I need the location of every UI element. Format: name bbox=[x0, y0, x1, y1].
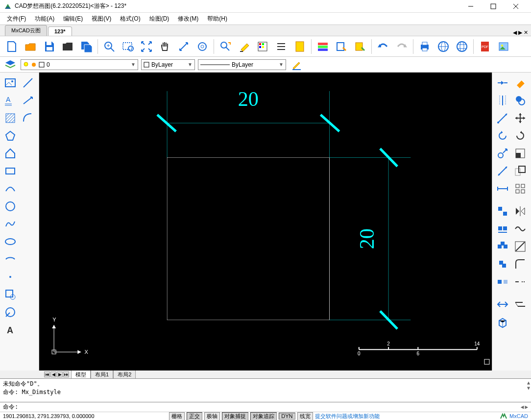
linetype-selector[interactable]: ByLayer ▼ bbox=[141, 59, 195, 70]
hatch-tool-button[interactable] bbox=[2, 110, 19, 126]
layer-state-button[interactable] bbox=[333, 38, 350, 55]
offset-button[interactable] bbox=[494, 92, 511, 109]
status-osnap[interactable]: 对象捕捉 bbox=[222, 412, 248, 420]
zoom-extents-button[interactable] bbox=[138, 38, 155, 55]
circle-tool-button[interactable] bbox=[2, 198, 19, 215]
status-otrack[interactable]: 对象追踪 bbox=[250, 412, 277, 420]
undo-button[interactable] bbox=[374, 38, 392, 55]
save-button[interactable] bbox=[40, 38, 58, 55]
ray-tool-button[interactable] bbox=[20, 92, 36, 109]
break-line-button[interactable] bbox=[512, 273, 529, 290]
zoom-in-button[interactable] bbox=[100, 38, 118, 55]
minimize-button[interactable] bbox=[459, 0, 482, 13]
edit-pencil-button[interactable] bbox=[289, 58, 304, 71]
chamfer-button[interactable] bbox=[494, 221, 511, 237]
pdf-button[interactable]: PDF bbox=[476, 38, 494, 55]
polygon2-tool-button[interactable] bbox=[2, 145, 19, 162]
extend-button[interactable] bbox=[494, 180, 511, 197]
doc-tab-123[interactable]: 123* bbox=[48, 26, 72, 36]
layer-manager-button[interactable] bbox=[3, 58, 18, 71]
redo-button[interactable] bbox=[393, 38, 410, 55]
mirror1-button[interactable] bbox=[494, 203, 511, 220]
status-polar[interactable]: 极轴 bbox=[204, 412, 220, 420]
tab-nav-arrows[interactable]: ◀ ▶ ✕ bbox=[513, 29, 528, 36]
web-button[interactable] bbox=[434, 38, 452, 55]
find-button[interactable] bbox=[217, 38, 234, 55]
arc2-tool-button[interactable] bbox=[2, 180, 19, 197]
ellipse-arc-tool-button[interactable] bbox=[2, 251, 19, 268]
break1-button[interactable] bbox=[494, 256, 511, 272]
polygon-tool-button[interactable] bbox=[2, 127, 19, 144]
fillet2-button[interactable] bbox=[512, 238, 529, 255]
layout-tab-1[interactable]: 布局1 bbox=[91, 370, 113, 379]
line-tool-button[interactable] bbox=[20, 74, 36, 91]
mirror2-button[interactable] bbox=[512, 203, 529, 220]
zoom-previous-button[interactable] bbox=[175, 38, 193, 55]
3d-box-button[interactable] bbox=[494, 314, 511, 330]
rotate-ccw-button[interactable] bbox=[494, 127, 511, 144]
rotate-cw-button[interactable] bbox=[512, 127, 529, 144]
mtext-tool-button[interactable]: A bbox=[2, 321, 19, 338]
feedback-link[interactable]: 提交软件问题或增加新功能 bbox=[315, 413, 380, 420]
ellipse-tool-button[interactable] bbox=[2, 233, 19, 250]
rectangle-tool-button[interactable] bbox=[2, 163, 19, 179]
note-button[interactable] bbox=[291, 38, 309, 55]
trim-button[interactable] bbox=[494, 74, 511, 91]
lineweight-selector[interactable]: ByLayer ▼ bbox=[198, 59, 286, 70]
save-as-button[interactable] bbox=[77, 38, 95, 55]
block-insert-button[interactable] bbox=[2, 286, 19, 303]
status-grid[interactable]: 栅格 bbox=[169, 412, 185, 420]
status-ortho[interactable]: 正交 bbox=[187, 412, 202, 420]
spline-tool-button[interactable] bbox=[2, 216, 19, 232]
pan-button[interactable] bbox=[156, 38, 174, 55]
move-button[interactable] bbox=[494, 110, 511, 126]
folder-button[interactable] bbox=[59, 38, 76, 55]
layer-selector[interactable]: 0 ▼ bbox=[21, 59, 138, 70]
print-button[interactable] bbox=[416, 38, 434, 55]
menu-edit[interactable]: 编辑(E) bbox=[59, 13, 87, 25]
menu-function[interactable]: 功能(A) bbox=[31, 13, 58, 25]
layout-tab-2[interactable]: 布局2 bbox=[113, 370, 136, 379]
fillet1-button[interactable] bbox=[494, 238, 511, 255]
zoom-realtime-button[interactable] bbox=[193, 38, 211, 55]
array-button[interactable] bbox=[512, 180, 529, 197]
scale-box-button[interactable] bbox=[512, 145, 529, 162]
layers-button[interactable] bbox=[314, 38, 332, 55]
arc-tool-button[interactable] bbox=[20, 110, 36, 126]
image-tool-button[interactable] bbox=[2, 74, 19, 91]
block-button[interactable] bbox=[351, 38, 369, 55]
web2-button[interactable] bbox=[453, 38, 471, 55]
stretch-box-button[interactable] bbox=[512, 163, 529, 179]
zoom-window-button[interactable] bbox=[119, 38, 137, 55]
copy-button[interactable] bbox=[512, 92, 529, 109]
doc-tab-cloud[interactable]: MxCAD云图 bbox=[5, 25, 47, 36]
explode1-button[interactable] bbox=[494, 296, 511, 313]
stretch-button[interactable] bbox=[494, 163, 511, 179]
point-tool-button[interactable] bbox=[2, 269, 19, 285]
command-input[interactable] bbox=[20, 403, 528, 411]
break2-button[interactable] bbox=[494, 273, 511, 290]
menu-file[interactable]: 文件(F) bbox=[3, 13, 30, 25]
menu-help[interactable]: 帮助(H) bbox=[203, 13, 231, 25]
open-file-button[interactable] bbox=[22, 38, 39, 55]
text-tool-button[interactable]: A bbox=[2, 92, 19, 109]
status-dyn[interactable]: DYN bbox=[279, 413, 295, 420]
image-button[interactable] bbox=[495, 38, 512, 55]
erase-button[interactable] bbox=[512, 74, 529, 91]
list-button[interactable] bbox=[272, 38, 290, 55]
console-scroll[interactable]: ▲▼ bbox=[527, 380, 530, 391]
explode2-button[interactable] bbox=[512, 296, 529, 313]
maximize-button[interactable] bbox=[482, 0, 505, 13]
menu-modify[interactable]: 修改(M) bbox=[174, 13, 202, 25]
cmd-history-nav[interactable]: ◀▶ bbox=[521, 404, 528, 410]
scale-button[interactable] bbox=[494, 145, 511, 162]
highlight-button[interactable] bbox=[235, 38, 253, 55]
menu-draw[interactable]: 绘图(D) bbox=[145, 13, 173, 25]
donut-tool-button[interactable] bbox=[2, 304, 19, 321]
layout-tab-model[interactable]: 模型 bbox=[71, 370, 91, 379]
new-file-button[interactable] bbox=[3, 38, 21, 55]
layout-nav[interactable]: ⏮◀▶⏭ bbox=[44, 371, 69, 377]
wave-button[interactable] bbox=[512, 221, 529, 237]
close-button[interactable] bbox=[505, 0, 527, 13]
drawing-canvas[interactable]: 20 20 X Y bbox=[39, 73, 492, 371]
